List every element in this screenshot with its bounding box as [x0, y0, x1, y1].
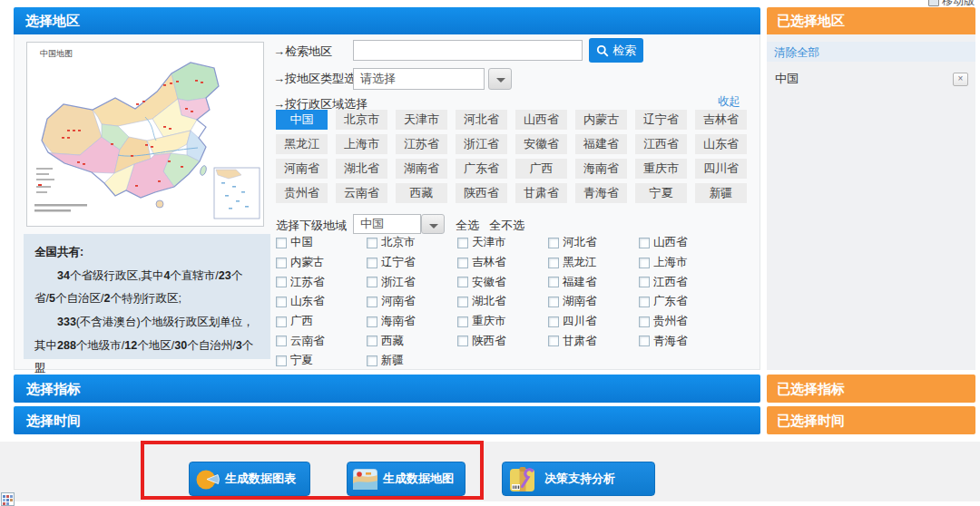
region-button[interactable]: 天津市: [396, 110, 447, 130]
region-button[interactable]: 江苏省: [396, 134, 447, 154]
region-checkbox-item[interactable]: 江西省: [639, 272, 730, 292]
region-button[interactable]: 中国: [276, 110, 328, 130]
region-checkbox-item[interactable]: 青海省: [639, 331, 730, 351]
region-button-label: 四川省: [703, 161, 739, 175]
region-checkbox-label: 浙江省: [381, 275, 416, 290]
monitor-icon: [928, 0, 939, 6]
region-checkbox-item[interactable]: 中国: [276, 233, 367, 253]
region-checkbox-item[interactable]: 北京市: [367, 233, 457, 253]
select-none-link[interactable]: 全不选: [489, 218, 524, 234]
checkbox-icon: [367, 258, 377, 268]
region-button[interactable]: 青海省: [575, 183, 627, 203]
region-button[interactable]: 湖北省: [336, 159, 387, 179]
time-section-header[interactable]: 选择时间: [14, 406, 760, 434]
pie-chart-icon: [195, 467, 220, 491]
region-button[interactable]: 福建省: [575, 134, 627, 154]
search-region-label: →检索地区: [273, 44, 332, 60]
action-bar: [0, 442, 980, 501]
region-checkbox-item[interactable]: 河南省: [367, 292, 457, 312]
checkbox-icon: [367, 355, 377, 366]
china-map-thumbnail[interactable]: 中国地图: [26, 42, 264, 227]
checkbox-icon: [548, 297, 559, 307]
checkbox-icon: [367, 277, 377, 287]
region-button[interactable]: 甘肃省: [515, 183, 567, 203]
region-checkbox-item[interactable]: 内蒙古: [276, 253, 367, 273]
region-button[interactable]: 山西省: [515, 110, 567, 130]
region-button[interactable]: 黑龙江: [276, 134, 328, 154]
region-button[interactable]: 陕西省: [456, 183, 507, 203]
search-button[interactable]: 检索: [589, 38, 643, 63]
sub-region-select-arrow[interactable]: [421, 214, 445, 234]
region-button[interactable]: 河南省: [276, 159, 328, 179]
search-region-input[interactable]: [353, 40, 583, 61]
region-checkbox-item[interactable]: 陕西省: [457, 331, 548, 351]
select-all-link[interactable]: 全选: [456, 218, 479, 234]
region-button[interactable]: 安徽省: [515, 134, 567, 154]
region-checkbox-item[interactable]: 云南省: [276, 331, 367, 351]
collapse-link[interactable]: 收起: [718, 94, 740, 110]
region-button[interactable]: 山东省: [695, 134, 747, 154]
region-button[interactable]: 河北省: [456, 110, 507, 130]
region-button[interactable]: 海南省: [575, 159, 627, 179]
region-checkbox-item[interactable]: 广西: [276, 312, 367, 332]
region-checkbox-item[interactable]: 湖北省: [457, 292, 548, 312]
region-button[interactable]: 湖南省: [396, 159, 447, 179]
region-button[interactable]: 北京市: [336, 110, 387, 130]
decision-analysis-button[interactable]: 决策支持分析: [502, 462, 655, 496]
region-button[interactable]: 内蒙古: [575, 110, 627, 130]
region-checkbox-label: 云南省: [290, 334, 325, 349]
region-button[interactable]: 宁夏: [635, 183, 687, 203]
selected-indicator-panel-title: 已选择指标: [777, 381, 845, 396]
region-checkbox-item[interactable]: 重庆市: [457, 312, 548, 332]
generate-chart-button[interactable]: 生成数据图表: [189, 462, 310, 496]
checkbox-icon: [367, 316, 377, 327]
region-checkbox-item[interactable]: 山东省: [276, 292, 367, 312]
region-checkbox-item[interactable]: 黑龙江: [548, 253, 639, 273]
region-checkbox-item[interactable]: 河北省: [548, 233, 639, 253]
region-checkbox-item[interactable]: 天津市: [457, 233, 548, 253]
region-section-title: 选择地区: [25, 13, 80, 28]
region-checkbox-item[interactable]: 海南省: [367, 312, 457, 332]
region-checkbox-item[interactable]: 吉林省: [457, 253, 548, 273]
region-button[interactable]: 贵州省: [276, 183, 328, 203]
region-button[interactable]: 浙江省: [456, 134, 507, 154]
region-button[interactable]: 江西省: [635, 134, 687, 154]
region-checkbox-item[interactable]: 辽宁省: [367, 253, 457, 273]
region-button[interactable]: 广东省: [456, 159, 507, 179]
region-checkbox-label: 青海省: [653, 334, 688, 349]
region-type-select-arrow[interactable]: [488, 68, 512, 90]
region-checkbox-item[interactable]: 浙江省: [367, 272, 457, 292]
region-checkbox-item[interactable]: 上海市: [639, 253, 730, 273]
region-checkbox-item[interactable]: 甘肃省: [548, 331, 639, 351]
region-checkbox-item[interactable]: 江苏省: [276, 272, 367, 292]
region-checkbox-item[interactable]: 福建省: [548, 272, 639, 292]
remove-region-button[interactable]: ×: [953, 73, 968, 86]
region-checkbox-label: 河南省: [381, 294, 416, 309]
region-button[interactable]: 重庆市: [635, 159, 687, 179]
region-checkbox-item[interactable]: 湖南省: [548, 292, 639, 312]
region-type-select[interactable]: 请选择: [353, 68, 485, 90]
region-button[interactable]: 吉林省: [695, 110, 747, 130]
generate-map-button[interactable]: 生成数据地图: [347, 462, 466, 496]
region-button-label: 湖北省: [344, 161, 379, 175]
region-checkbox-item[interactable]: 四川省: [548, 312, 639, 332]
region-checkbox-item[interactable]: 新疆: [367, 351, 457, 371]
region-section-header[interactable]: 选择地区: [14, 7, 760, 34]
region-button[interactable]: 四川省: [695, 159, 747, 179]
region-checkbox-item[interactable]: 西藏: [367, 331, 457, 351]
region-checkbox-label: 江西省: [653, 275, 688, 290]
sub-region-select[interactable]: 中国: [353, 214, 421, 234]
clear-all-link[interactable]: 清除全部: [774, 46, 819, 59]
region-button[interactable]: 云南省: [336, 183, 387, 203]
region-checkbox-item[interactable]: 贵州省: [639, 312, 730, 332]
region-checkbox-item[interactable]: 广东省: [639, 292, 730, 312]
region-button[interactable]: 广西: [515, 159, 567, 179]
region-checkbox-item[interactable]: 宁夏: [276, 351, 367, 371]
region-button[interactable]: 上海市: [336, 134, 387, 154]
region-button[interactable]: 辽宁省: [635, 110, 687, 130]
region-checkbox-item[interactable]: 山西省: [639, 233, 730, 253]
region-checkbox-item[interactable]: 安徽省: [457, 272, 548, 292]
region-button[interactable]: 新疆: [695, 183, 747, 203]
region-button[interactable]: 西藏: [396, 183, 447, 203]
indicator-section-header[interactable]: 选择指标: [14, 375, 760, 403]
